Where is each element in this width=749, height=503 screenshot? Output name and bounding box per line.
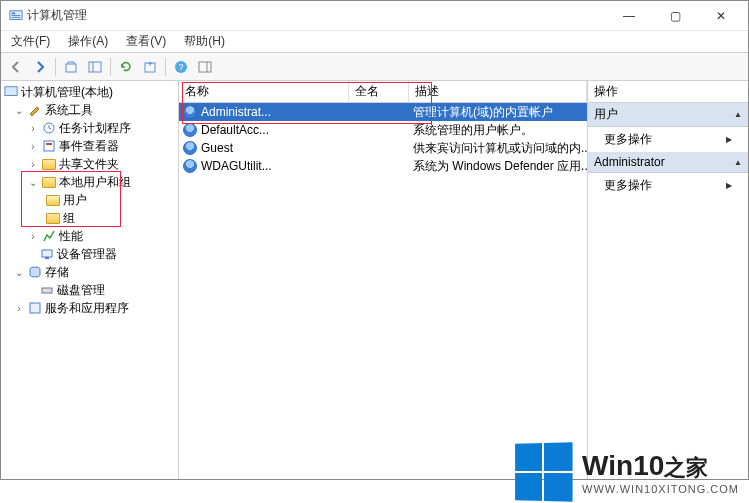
chevron-right-icon: ▶ <box>726 181 732 190</box>
svg-rect-14 <box>44 141 54 151</box>
svg-rect-2 <box>12 15 21 16</box>
svg-rect-16 <box>42 250 52 257</box>
export-button[interactable] <box>139 56 161 78</box>
computer-icon <box>3 85 19 99</box>
actions-header: 操作 <box>588 81 748 103</box>
users-icon <box>41 177 57 188</box>
folder-icon <box>45 195 61 206</box>
collapse-icon[interactable]: ⌄ <box>25 177 41 188</box>
titlebar: 计算机管理 — ▢ ✕ <box>1 1 748 31</box>
perf-icon <box>41 229 57 243</box>
tree-system-tools[interactable]: ⌄ 系统工具 <box>1 101 178 119</box>
watermark-text: Win10之家 WWW.WIN10XITONG.COM <box>582 450 739 495</box>
actions-pane: 操作 用户 ▲ 更多操作 ▶ Administrator ▲ 更多操作 ▶ <box>588 81 748 479</box>
window-controls: — ▢ ✕ <box>606 2 744 30</box>
tree-task-scheduler[interactable]: › 任务计划程序 <box>1 119 178 137</box>
pane-button[interactable] <box>84 56 106 78</box>
window-title: 计算机管理 <box>5 7 606 24</box>
disk-icon <box>39 283 55 297</box>
minimize-button[interactable]: — <box>606 2 652 30</box>
table-row[interactable]: DefaultAcc...系统管理的用户帐户。 <box>179 121 587 139</box>
tree-event-viewer[interactable]: › 事件查看器 <box>1 137 178 155</box>
app-icon <box>9 9 23 23</box>
user-icon <box>183 123 197 137</box>
maximize-button[interactable]: ▢ <box>652 2 698 30</box>
expand-icon[interactable]: › <box>25 231 41 242</box>
tree-performance[interactable]: › 性能 <box>1 227 178 245</box>
toolbar-sep2 <box>110 58 111 76</box>
actions-section-users[interactable]: 用户 ▲ <box>588 103 748 127</box>
device-icon <box>39 247 55 261</box>
menu-file[interactable]: 文件(F) <box>7 31 54 52</box>
svg-rect-19 <box>42 288 52 293</box>
table-row[interactable]: Administrat...管理计算机(域)的内置帐户 <box>179 103 587 121</box>
svg-rect-3 <box>12 16 21 17</box>
event-icon <box>41 139 57 153</box>
user-icon <box>183 141 197 155</box>
menu-view[interactable]: 查看(V) <box>122 31 170 52</box>
svg-rect-10 <box>199 62 211 72</box>
svg-rect-15 <box>46 143 52 145</box>
col-name[interactable]: 名称 <box>179 81 349 102</box>
tree-pane[interactable]: 计算机管理(本地) ⌄ 系统工具 › 任务计划程序 › 事件查看器 › 共享文件… <box>1 81 179 479</box>
collapse-icon[interactable]: ⌄ <box>11 267 27 278</box>
chevron-right-icon: ▶ <box>726 135 732 144</box>
user-icon <box>183 105 197 119</box>
list-header: 名称 全名 描述 <box>179 81 587 103</box>
toolbar: ? <box>1 53 748 81</box>
svg-rect-1 <box>12 12 16 14</box>
tools-icon <box>27 103 43 117</box>
body: 计算机管理(本地) ⌄ 系统工具 › 任务计划程序 › 事件查看器 › 共享文件… <box>1 81 748 479</box>
actions-more-1[interactable]: 更多操作 ▶ <box>588 127 748 152</box>
chevron-up-icon: ▲ <box>734 110 742 119</box>
tree-groups[interactable]: 组 <box>1 209 178 227</box>
toolbar-sep <box>55 58 56 76</box>
tree-storage[interactable]: ⌄ 存储 <box>1 263 178 281</box>
col-fullname[interactable]: 全名 <box>349 81 409 102</box>
actions-section-admin[interactable]: Administrator ▲ <box>588 152 748 173</box>
storage-icon <box>27 265 43 279</box>
collapse-icon[interactable]: ⌄ <box>11 105 27 116</box>
watermark: Win10之家 WWW.WIN10XITONG.COM <box>514 443 739 501</box>
tree-disk-mgmt[interactable]: 磁盘管理 <box>1 281 178 299</box>
tree-root[interactable]: 计算机管理(本地) <box>1 83 178 101</box>
clock-icon <box>41 121 57 135</box>
expand-icon[interactable]: › <box>25 141 41 152</box>
svg-rect-20 <box>30 303 40 313</box>
table-row[interactable]: WDAGUtilit...系统为 Windows Defender 应用... <box>179 157 587 175</box>
menubar: 文件(F) 操作(A) 查看(V) 帮助(H) <box>1 31 748 53</box>
tree-users[interactable]: 用户 <box>1 191 178 209</box>
refresh-button[interactable] <box>115 56 137 78</box>
close-button[interactable]: ✕ <box>698 2 744 30</box>
list-body[interactable]: Administrat...管理计算机(域)的内置帐户DefaultAcc...… <box>179 103 587 479</box>
help-button[interactable]: ? <box>170 56 192 78</box>
menu-action[interactable]: 操作(A) <box>64 31 112 52</box>
table-row[interactable]: Guest供来宾访问计算机或访问域的内... <box>179 139 587 157</box>
forward-button[interactable] <box>29 56 51 78</box>
window-title-text: 计算机管理 <box>27 7 87 24</box>
svg-rect-17 <box>45 257 49 259</box>
tree-services-apps[interactable]: › 服务和应用程序 <box>1 299 178 317</box>
tree-shared-folders[interactable]: › 共享文件夹 <box>1 155 178 173</box>
chevron-up-icon: ▲ <box>734 158 742 167</box>
folder-icon <box>45 213 61 224</box>
actions-more-2[interactable]: 更多操作 ▶ <box>588 173 748 198</box>
tree-device-manager[interactable]: 设备管理器 <box>1 245 178 263</box>
tree-local-users-groups[interactable]: ⌄ 本地用户和组 <box>1 173 178 191</box>
up-button[interactable] <box>60 56 82 78</box>
svg-rect-4 <box>66 64 76 72</box>
extra-button[interactable] <box>194 56 216 78</box>
col-desc[interactable]: 描述 <box>409 81 587 102</box>
svg-rect-5 <box>89 62 101 72</box>
svg-rect-12 <box>5 87 17 96</box>
svg-text:?: ? <box>178 62 183 72</box>
toolbar-sep3 <box>165 58 166 76</box>
expand-icon[interactable]: › <box>25 159 41 170</box>
expand-icon[interactable]: › <box>11 303 27 314</box>
share-icon <box>41 159 57 170</box>
user-icon <box>183 159 197 173</box>
expand-icon[interactable]: › <box>25 123 41 134</box>
back-button[interactable] <box>5 56 27 78</box>
menu-help[interactable]: 帮助(H) <box>180 31 229 52</box>
list-pane: 名称 全名 描述 Administrat...管理计算机(域)的内置帐户Defa… <box>179 81 588 479</box>
